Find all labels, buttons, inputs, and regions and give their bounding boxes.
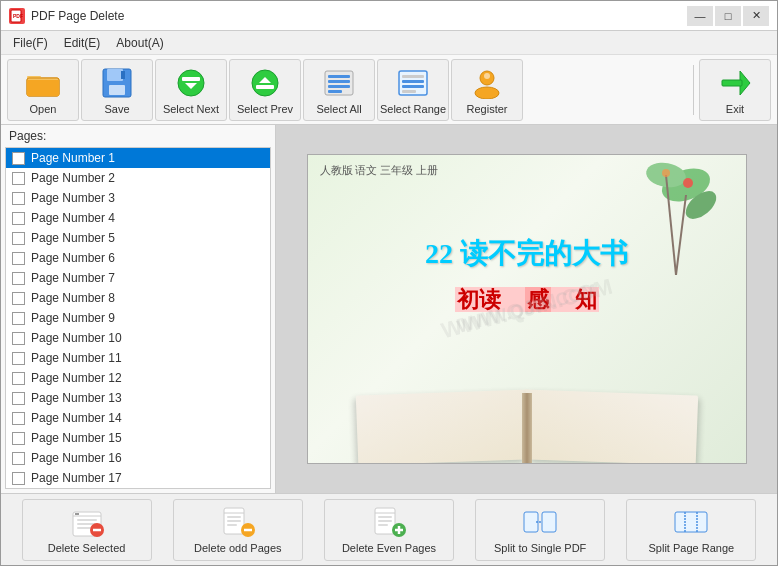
page-checkbox[interactable] — [12, 372, 25, 385]
page-label: Page Number 15 — [31, 431, 122, 445]
preview-area: 人教版 语文 三年级 上册 22 读不完的大书 初读 感 知 — [276, 125, 777, 493]
split-single-button[interactable]: Split to Single PDF — [475, 499, 605, 561]
split-range-button[interactable]: Split Page Range — [626, 499, 756, 561]
svg-rect-9 — [121, 71, 125, 79]
svg-rect-7 — [107, 69, 123, 81]
save-label: Save — [104, 103, 129, 115]
page-label: Page Number 8 — [31, 291, 115, 305]
page-item[interactable]: Page Number 10 — [6, 328, 270, 348]
close-button[interactable]: ✕ — [743, 6, 769, 26]
menu-file[interactable]: File(F) — [5, 34, 56, 52]
book-title: 22 读不完的大书 — [425, 235, 628, 273]
delete-even-icon — [371, 506, 407, 540]
page-checkbox[interactable] — [12, 232, 25, 245]
exit-icon — [717, 65, 753, 101]
svg-rect-5 — [27, 80, 59, 96]
book-subtitle: 初读 感 知 — [455, 285, 599, 315]
page-item[interactable]: Page Number 5 — [6, 228, 270, 248]
page-label: Page Number 9 — [31, 311, 115, 325]
page-item[interactable]: Page Number 7 — [6, 268, 270, 288]
subtitle-pre: 初读 — [455, 287, 525, 312]
page-item[interactable]: Page Number 6 — [6, 248, 270, 268]
page-item[interactable]: Page Number 12 — [6, 368, 270, 388]
subtitle-post: 知 — [551, 287, 599, 312]
register-button[interactable]: Register — [451, 59, 523, 121]
select-prev-icon — [247, 65, 283, 101]
select-range-button[interactable]: Select Range — [377, 59, 449, 121]
page-checkbox[interactable] — [12, 432, 25, 445]
page-checkbox[interactable] — [12, 312, 25, 325]
delete-even-button[interactable]: Delete Even Pages — [324, 499, 454, 561]
select-next-button[interactable]: Select Next — [155, 59, 227, 121]
page-checkbox[interactable] — [12, 452, 25, 465]
pages-list[interactable]: Page Number 1Page Number 2Page Number 3P… — [5, 147, 271, 489]
page-item[interactable]: Page Number 17 — [6, 468, 270, 488]
page-checkbox[interactable] — [12, 392, 25, 405]
page-checkbox[interactable] — [12, 152, 25, 165]
page-item[interactable]: Page Number 3 — [6, 188, 270, 208]
page-item[interactable]: Page Number 2 — [6, 168, 270, 188]
page-checkbox[interactable] — [12, 252, 25, 265]
select-all-button[interactable]: Select All — [303, 59, 375, 121]
page-item[interactable]: Page Number 11 — [6, 348, 270, 368]
svg-rect-50 — [227, 524, 237, 526]
register-icon — [469, 65, 505, 101]
maximize-button[interactable]: □ — [715, 6, 741, 26]
page-checkbox[interactable] — [12, 212, 25, 225]
split-single-icon — [522, 506, 558, 540]
preview-image: 人教版 语文 三年级 上册 22 读不完的大书 初读 感 知 — [307, 154, 747, 464]
open-button[interactable]: Open — [7, 59, 79, 121]
svg-line-34 — [676, 195, 686, 275]
svg-rect-14 — [256, 85, 274, 89]
page-item[interactable]: Page Number 16 — [6, 448, 270, 468]
delete-odd-icon — [220, 506, 256, 540]
svg-rect-62 — [542, 512, 556, 532]
pages-label: Pages: — [1, 125, 275, 147]
select-all-label: Select All — [316, 103, 361, 115]
menu-edit[interactable]: Edit(E) — [56, 34, 109, 52]
select-prev-label: Select Prev — [237, 103, 293, 115]
split-range-icon — [673, 506, 709, 540]
page-checkbox[interactable] — [12, 292, 25, 305]
page-item[interactable]: Page Number 9 — [6, 308, 270, 328]
svg-rect-30 — [722, 80, 742, 86]
select-prev-button[interactable]: Select Prev — [229, 59, 301, 121]
minimize-button[interactable]: — — [687, 6, 713, 26]
delete-odd-button[interactable]: Delete odd Pages — [173, 499, 303, 561]
page-checkbox[interactable] — [12, 352, 25, 365]
page-item[interactable]: Page Number 13 — [6, 388, 270, 408]
page-item[interactable]: Page Number 4 — [6, 208, 270, 228]
page-checkbox[interactable] — [12, 412, 25, 425]
page-label: Page Number 14 — [31, 411, 122, 425]
page-item[interactable]: Page Number 15 — [6, 428, 270, 448]
svg-rect-24 — [402, 85, 424, 88]
svg-rect-11 — [182, 77, 200, 81]
book-background: 人教版 语文 三年级 上册 22 读不完的大书 初读 感 知 — [308, 155, 746, 463]
svg-rect-41 — [77, 519, 97, 521]
delete-odd-label: Delete odd Pages — [194, 542, 281, 554]
svg-rect-23 — [402, 80, 424, 83]
page-label: Page Number 7 — [31, 271, 115, 285]
page-item[interactable]: Page Number 14 — [6, 408, 270, 428]
page-item[interactable]: Page Number 18 — [6, 488, 270, 489]
page-item[interactable]: Page Number 8 — [6, 288, 270, 308]
page-label: Page Number 1 — [31, 151, 115, 165]
svg-rect-43 — [77, 527, 91, 529]
book-header: 人教版 语文 三年级 上册 — [320, 163, 438, 178]
folder-icon — [25, 65, 61, 101]
page-checkbox[interactable] — [12, 172, 25, 185]
page-checkbox[interactable] — [12, 192, 25, 205]
page-label: Page Number 17 — [31, 471, 122, 485]
title-buttons: — □ ✕ — [687, 6, 769, 26]
menu-about[interactable]: About(A) — [108, 34, 171, 52]
exit-button[interactable]: Exit — [699, 59, 771, 121]
page-checkbox[interactable] — [12, 272, 25, 285]
delete-selected-button[interactable]: Delete Selected — [22, 499, 152, 561]
app-icon: PDF — [9, 8, 25, 24]
page-label: Page Number 12 — [31, 371, 122, 385]
page-item[interactable]: Page Number 1 — [6, 148, 270, 168]
register-label: Register — [467, 103, 508, 115]
page-checkbox[interactable] — [12, 472, 25, 485]
page-checkbox[interactable] — [12, 332, 25, 345]
save-button[interactable]: Save — [81, 59, 153, 121]
